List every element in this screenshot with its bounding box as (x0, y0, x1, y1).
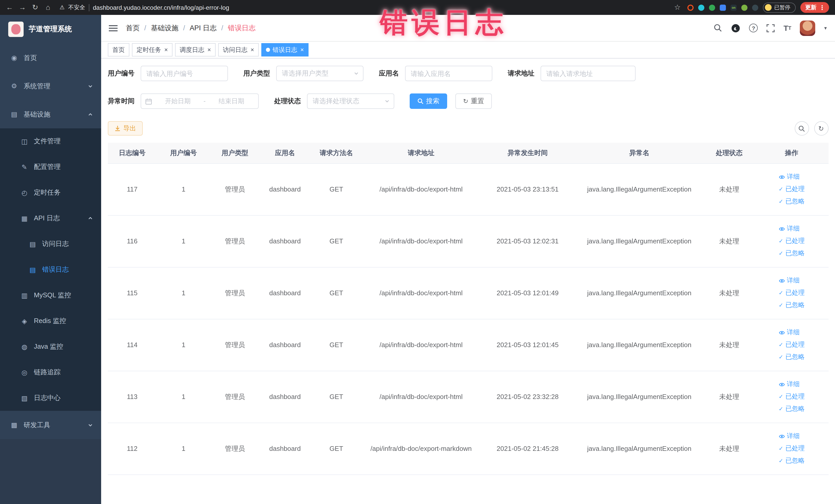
close-icon[interactable]: × (250, 46, 254, 54)
sidebar-item-infrastructure[interactable]: ▤ 基础设施 (0, 100, 101, 128)
refresh-table-button[interactable]: ↻ (814, 121, 828, 136)
toggle-search-button[interactable] (794, 121, 809, 136)
filter-exception-time: 异常时间 开始日期 - 结束日期 (108, 94, 259, 109)
sidebar-item-trace[interactable]: ◎ 链路追踪 (0, 360, 101, 385)
close-icon[interactable]: × (164, 46, 168, 54)
mark-ignored-link[interactable]: ✓已忽略 (778, 301, 805, 310)
detail-link[interactable]: 详细 (778, 173, 799, 181)
process-status-select[interactable]: 请选择处理状态 (307, 94, 394, 109)
mark-ignored-link[interactable]: ✓已忽略 (778, 197, 805, 206)
mark-processed-link[interactable]: ✓已处理 (778, 444, 805, 453)
extension-icon-2[interactable] (698, 4, 704, 11)
infrastructure-icon: ▤ (10, 110, 18, 118)
detail-link[interactable]: 详细 (778, 328, 799, 337)
mark-ignored-link[interactable]: ✓已忽略 (778, 249, 805, 258)
address-bar[interactable]: ⚠ 不安全 dashboard.yudao.iocoder.cn/infra/l… (56, 4, 668, 11)
sidebar-item-error-log[interactable]: ▤ 错误日志 (0, 257, 101, 282)
update-button[interactable]: 更新 ⋮ (800, 2, 829, 13)
back-icon[interactable]: ← (4, 0, 15, 15)
extension-icon-6[interactable] (741, 4, 748, 11)
fullscreen-icon[interactable] (767, 24, 775, 32)
mark-processed-link[interactable]: ✓已处理 (778, 392, 805, 401)
sidebar-item-file-management[interactable]: ◫ 文件管理 (0, 128, 101, 154)
header-search-icon[interactable] (714, 24, 722, 32)
breadcrumb-infrastructure[interactable]: 基础设施 (151, 23, 179, 33)
sidebar-logo-row[interactable]: 芋道管理系统 (0, 15, 101, 44)
detail-link[interactable]: 详细 (778, 224, 799, 233)
breadcrumb-home[interactable]: 首页 (126, 23, 140, 33)
detail-link[interactable]: 详细 (778, 276, 799, 285)
sidebar-item-config-management[interactable]: ✎ 配置管理 (0, 154, 101, 180)
tab-scheduled-tasks[interactable]: 定时任务 × (132, 43, 172, 57)
eye-icon (778, 329, 785, 336)
sidebar-item-home[interactable]: ◉ 首页 (0, 44, 101, 72)
avatar[interactable] (800, 20, 815, 36)
detail-link[interactable]: 详细 (778, 432, 799, 441)
log-center-icon: ▧ (21, 394, 28, 402)
extension-icon-5[interactable]: on (731, 4, 737, 11)
mark-processed-link[interactable]: ✓已处理 (778, 237, 805, 245)
close-icon[interactable]: × (300, 46, 304, 54)
home-icon[interactable]: ⌂ (43, 0, 54, 15)
end-date-placeholder[interactable]: 结束日期 (209, 97, 254, 105)
reload-icon[interactable]: ↻ (30, 0, 41, 15)
sidebar-item-log-center[interactable]: ▧ 日志中心 (0, 385, 101, 411)
start-date-placeholder[interactable]: 开始日期 (155, 97, 201, 105)
download-icon (115, 125, 121, 132)
sidebar-item-redis-monitor[interactable]: ◈ Redis 监控 (0, 308, 101, 334)
tab-error-log[interactable]: 错误日志 × (261, 43, 308, 57)
process-status-label: 处理状态 (274, 97, 301, 106)
table-row: 114 1 管理员 dashboard GET /api/infra/db-do… (108, 319, 828, 371)
app-name-input[interactable] (405, 66, 492, 81)
mark-ignored-link[interactable]: ✓已忽略 (778, 405, 805, 414)
close-icon[interactable]: × (207, 46, 211, 54)
sidebar-item-api-logs[interactable]: ▦ API 日志 (0, 205, 101, 231)
sidebar-item-scheduled-tasks[interactable]: ◴ 定时任务 (0, 180, 101, 205)
sidebar-item-devtools[interactable]: ▩ 研发工具 (0, 411, 101, 439)
sidebar-item-java-monitor[interactable]: ◍ Java 监控 (0, 334, 101, 360)
extension-icon-7[interactable] (752, 4, 758, 11)
help-icon[interactable]: ? (749, 24, 758, 32)
extension-icon-4[interactable] (720, 4, 726, 11)
search-button[interactable]: 搜索 (410, 94, 447, 109)
extension-icon-3[interactable] (709, 4, 715, 11)
github-icon[interactable] (731, 23, 740, 33)
check-icon: ✓ (778, 394, 783, 400)
browser-menu-icon[interactable]: ⋮ (819, 4, 825, 11)
font-size-icon[interactable]: TT (783, 24, 791, 32)
date-range-picker[interactable]: 开始日期 - 结束日期 (141, 94, 259, 109)
breadcrumb-api-logs[interactable]: API 日志 (190, 23, 217, 33)
sidebar-item-access-log[interactable]: ▤ 访问日志 (0, 231, 101, 257)
url-text[interactable]: dashboard.yudao.iocoder.cn/infra/log/api… (93, 4, 229, 11)
mark-processed-link[interactable]: ✓已处理 (778, 288, 805, 297)
breadcrumb-current: 错误日志 (228, 23, 256, 33)
api-log-icon: ▦ (21, 215, 28, 222)
tab-access-log[interactable]: 访问日志 × (218, 43, 259, 57)
user-id-input[interactable] (141, 66, 228, 81)
extension-icon-1[interactable] (687, 4, 694, 11)
sidebar-item-system[interactable]: ⚙ 系统管理 (0, 72, 101, 100)
sidebar-item-mysql-monitor[interactable]: ▥ MySQL 监控 (0, 282, 101, 308)
chevron-down-icon (354, 71, 359, 76)
mark-ignored-link[interactable]: ✓已忽略 (778, 457, 805, 465)
request-url-label: 请求地址 (508, 69, 534, 78)
sidebar-toggle-icon[interactable] (109, 25, 118, 31)
mark-ignored-link[interactable]: ✓已忽略 (778, 353, 805, 362)
profile-emoji-icon (765, 4, 772, 11)
forward-icon[interactable]: → (17, 0, 28, 15)
bookmark-star-icon[interactable]: ☆ (672, 0, 683, 15)
navbar: 首页 / 基础设施 / API 日志 / 错误日志 ? (101, 15, 835, 42)
paused-badge[interactable]: 已暂停 (763, 2, 795, 13)
mark-processed-link[interactable]: ✓已处理 (778, 340, 805, 349)
request-url-input[interactable] (541, 66, 635, 81)
mark-processed-link[interactable]: ✓已处理 (778, 185, 805, 194)
tab-schedule-log[interactable]: 调度日志 × (175, 43, 216, 57)
detail-link[interactable]: 详细 (778, 380, 799, 389)
export-button[interactable]: 导出 (108, 121, 143, 136)
table-row: 116 1 管理员 dashboard GET /api/infra/db-do… (108, 215, 828, 267)
reset-button[interactable]: ↻ 重置 (455, 94, 492, 109)
user-menu-caret-icon[interactable]: ▾ (824, 25, 827, 31)
user-type-select[interactable]: 请选择用户类型 (276, 66, 364, 81)
edit-icon: ✎ (21, 163, 28, 171)
tab-home[interactable]: 首页 (108, 43, 129, 57)
